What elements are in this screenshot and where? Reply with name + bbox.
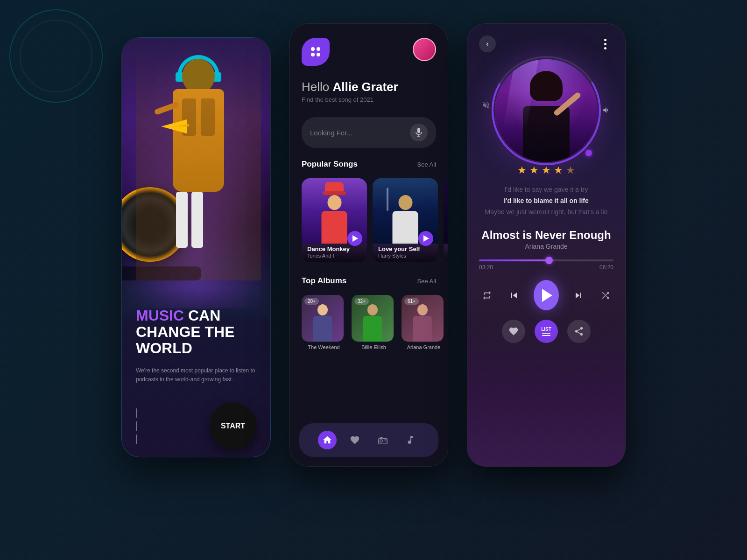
- album-section: [467, 59, 625, 162]
- share-button[interactable]: [567, 320, 591, 343]
- paper-plane: [161, 119, 189, 133]
- greeting-hello: Hello: [302, 80, 332, 94]
- logo-dot-1: [311, 47, 315, 51]
- top-albums-title: Top Albums: [302, 276, 346, 286]
- album-art-relative: [495, 59, 598, 162]
- album-thumbnail-3: 61+: [402, 295, 444, 342]
- album-card-billie[interactable]: 32+ Billie Eilish: [352, 295, 396, 350]
- popular-songs-title: Popular Songs: [302, 160, 358, 169]
- album-card-weekend[interactable]: 20+ The Weekend: [302, 295, 346, 350]
- singer-body-2: [393, 211, 418, 244]
- progress-handle[interactable]: [545, 257, 553, 264]
- play-triangle-icon-2: [423, 235, 429, 242]
- svg-line-7: [380, 437, 382, 438]
- person-silhouette: [152, 59, 245, 269]
- playback-controls: [467, 273, 625, 317]
- popular-songs-header: Popular Songs See All: [290, 157, 448, 171]
- phone3-topbar: ‹: [467, 24, 625, 59]
- album-person-1: [313, 304, 332, 342]
- avatar-image: [414, 39, 435, 60]
- skip-previous-icon: [508, 290, 520, 301]
- shuffle-button[interactable]: [598, 286, 613, 305]
- ariana-grande-image: [495, 59, 598, 162]
- more-options-button[interactable]: [597, 35, 613, 52]
- album-art-circle: [495, 59, 598, 162]
- previous-button[interactable]: [506, 286, 521, 305]
- greeting-text: Hello Allie Grater: [302, 80, 436, 94]
- next-button[interactable]: [571, 286, 586, 305]
- lyric-line-1: I'd like to say we gave it a try: [479, 186, 613, 193]
- nav-queue-button[interactable]: [401, 431, 420, 449]
- ariana-body: [523, 106, 570, 162]
- song-artist-1: Tones And I: [307, 253, 361, 259]
- playlist-button[interactable]: LIST: [535, 320, 558, 343]
- album-badge-1: 20+: [304, 298, 319, 305]
- list-line-2: [542, 335, 550, 336]
- back-button[interactable]: ‹: [479, 35, 496, 52]
- nav-favorites-button[interactable]: [345, 431, 364, 449]
- lyrics-section: I'd like to say we gave it a try I'd lik…: [467, 186, 625, 226]
- album-thumbnail-1: 20+: [302, 295, 344, 342]
- logo-dots: [311, 47, 320, 56]
- more-dot-2: [604, 43, 606, 45]
- user-avatar[interactable]: [413, 38, 436, 61]
- ariana-hair: [530, 71, 563, 101]
- greeting-section: Hello Allie Grater Find the best song of…: [290, 75, 448, 112]
- album-badge-3: 61+: [404, 298, 419, 305]
- skip-next-icon: [573, 290, 584, 301]
- song-artist: Ariana Grande: [467, 243, 625, 250]
- nav-home-button[interactable]: [318, 431, 337, 449]
- main-headline: MUSIC CANCHANGE THE WORLD: [136, 308, 256, 357]
- phone1-content-area: MUSIC CANCHANGE THE WORLD We're the seco…: [122, 289, 270, 457]
- song-card-partial[interactable]: Or...: [444, 178, 448, 262]
- list-lines-icon: [542, 333, 550, 336]
- home-icon: [322, 435, 332, 445]
- album-head-1: [317, 304, 328, 315]
- song-artist-2: Harry Styles: [378, 253, 432, 259]
- person-head: [182, 59, 215, 94]
- album-body-2: [363, 316, 382, 342]
- progress-line-3: [136, 434, 137, 444]
- svg-point-4: [380, 440, 382, 442]
- progress-dot: [585, 150, 592, 156]
- greeting-subtitle: Find the best song of 2021: [302, 96, 436, 103]
- play-pause-button[interactable]: [534, 280, 559, 310]
- time-total: 06:20: [599, 264, 613, 271]
- play-button-2[interactable]: [418, 231, 433, 246]
- album-body-3: [413, 316, 432, 342]
- album-card-ariana[interactable]: 61+ Ariana Grande: [402, 295, 446, 350]
- popular-songs-row: Dance Monkey Tones And I: [290, 178, 448, 262]
- album-thumbnail-2: 32+: [352, 295, 394, 342]
- top-albums-see-all[interactable]: See All: [417, 278, 436, 285]
- album-name-1: The Weekend: [302, 344, 346, 350]
- volume-high-icon-wrapper[interactable]: [602, 106, 611, 116]
- popular-songs-see-all[interactable]: See All: [417, 161, 436, 168]
- progress-track[interactable]: [479, 259, 613, 261]
- play-button-1[interactable]: [347, 231, 362, 246]
- speaker-off-icon: [482, 101, 490, 109]
- favorite-button[interactable]: [502, 320, 525, 343]
- volume-mute-icon[interactable]: [482, 101, 490, 111]
- song-card-love-yourself[interactable]: Love your Self Harry Styles: [373, 178, 438, 262]
- start-button[interactable]: START: [210, 403, 256, 449]
- phone1-hero-image: [122, 38, 270, 308]
- share-icon: [574, 326, 584, 336]
- song-card-dance-monkey[interactable]: Dance Monkey Tones And I: [302, 178, 367, 262]
- more-dot-1: [604, 39, 606, 41]
- albums-row: 20+ The Weekend 32+ Billie Ei: [290, 295, 448, 350]
- microphone-button[interactable]: [410, 124, 428, 141]
- album-person-2: [363, 304, 382, 342]
- search-bar[interactable]: Looking For...: [302, 117, 436, 148]
- queue-icon: [405, 435, 416, 445]
- repeat-button[interactable]: [479, 286, 494, 305]
- album-art-wrapper: [495, 59, 598, 162]
- phone-1-onboarding: MUSIC CANCHANGE THE WORLD We're the seco…: [121, 37, 271, 457]
- lyric-line-2: I'd like to blame it all on life: [479, 197, 613, 204]
- radio-icon: [378, 435, 388, 445]
- nav-radio-button[interactable]: [374, 431, 392, 449]
- time-current: 03:20: [479, 264, 493, 271]
- app-logo: [302, 38, 330, 66]
- leg-right: [191, 192, 203, 248]
- phone-3-player: ‹: [467, 23, 626, 467]
- logo-dot-2: [317, 47, 320, 51]
